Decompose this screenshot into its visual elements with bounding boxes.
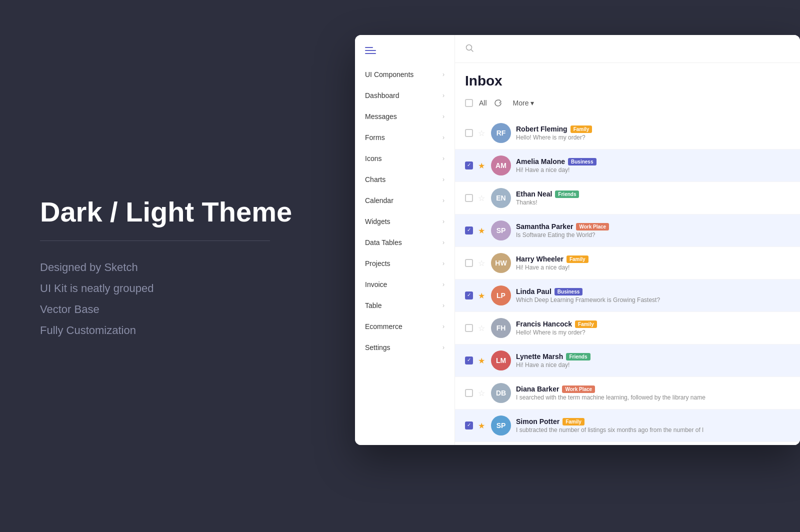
sidebar-item-charts[interactable]: Charts › bbox=[355, 169, 454, 190]
star-icon[interactable]: ★ bbox=[478, 226, 486, 236]
email-checkbox[interactable] bbox=[465, 324, 473, 332]
select-all-checkbox[interactable] bbox=[465, 99, 473, 107]
chevron-right-icon: › bbox=[442, 323, 444, 330]
content-header bbox=[455, 35, 800, 63]
app-window: UI Components › Dashboard › Messages › F… bbox=[355, 35, 800, 445]
email-checkbox[interactable] bbox=[465, 292, 473, 300]
email-checkbox[interactable] bbox=[465, 389, 473, 397]
email-item[interactable]: ☆ RF Robert Fleming Family Hello! Where … bbox=[455, 117, 800, 150]
sidebar: UI Components › Dashboard › Messages › F… bbox=[355, 35, 455, 445]
sidebar-item-projects[interactable]: Projects › bbox=[355, 253, 454, 274]
email-tag: Family bbox=[570, 126, 592, 133]
chevron-right-icon: › bbox=[442, 176, 444, 183]
email-sender: Amelia Malone bbox=[516, 158, 565, 166]
email-item[interactable]: ★ LM Lynette Marsh Friends Hi! Have a ni… bbox=[455, 344, 800, 377]
email-checkbox[interactable] bbox=[465, 356, 473, 364]
email-item[interactable]: ☆ FH Francis Hancock Family Hello! Where… bbox=[455, 312, 800, 344]
avatar: AM bbox=[491, 156, 511, 176]
email-preview: Hi! Have a nice day! bbox=[516, 362, 790, 368]
email-sender-row: Linda Paul Business bbox=[516, 288, 790, 296]
chevron-right-icon: › bbox=[442, 197, 444, 204]
email-tag: Family bbox=[562, 418, 584, 426]
more-label: More bbox=[513, 99, 529, 107]
star-icon[interactable]: ★ bbox=[478, 291, 486, 300]
email-body: Francis Hancock Family Hello! Where is m… bbox=[516, 320, 790, 336]
star-icon[interactable]: ★ bbox=[478, 421, 486, 430]
email-item[interactable]: ☆ DB Diana Barker Work Place I searched … bbox=[455, 377, 800, 410]
star-icon[interactable]: ☆ bbox=[478, 324, 486, 333]
email-sender-row: Harry Wheeler Family bbox=[516, 255, 790, 263]
sidebar-item-messages[interactable]: Messages › bbox=[355, 106, 454, 127]
email-item[interactable]: ☆ AD Andrew Doe Business Web searches on… bbox=[455, 442, 800, 445]
email-tag: Business bbox=[554, 288, 582, 296]
email-item[interactable]: ★ SP Simon Potter Family I subtracted th… bbox=[455, 410, 800, 442]
sidebar-item-ecommerce[interactable]: Ecommerce › bbox=[355, 316, 454, 337]
sidebar-item-settings[interactable]: Settings › bbox=[355, 337, 454, 358]
sidebar-item-calendar[interactable]: Calendar › bbox=[355, 190, 454, 211]
sidebar-item-ui-components[interactable]: UI Components › bbox=[355, 64, 454, 85]
email-item[interactable]: ☆ EN Ethan Neal Friends Thanks! bbox=[455, 182, 800, 214]
sidebar-item-invoice[interactable]: Invoice › bbox=[355, 274, 454, 295]
star-icon[interactable]: ★ bbox=[478, 356, 486, 366]
email-preview: I searched with the term machine learnin… bbox=[516, 394, 790, 401]
more-chevron-icon: ▾ bbox=[530, 99, 534, 107]
chevron-right-icon: › bbox=[442, 260, 444, 267]
sidebar-nav: UI Components › Dashboard › Messages › F… bbox=[355, 64, 454, 445]
email-tag: Work Place bbox=[562, 386, 595, 393]
star-icon[interactable]: ☆ bbox=[478, 128, 486, 138]
email-list: ☆ RF Robert Fleming Family Hello! Where … bbox=[455, 117, 800, 445]
email-sender: Simon Potter bbox=[516, 418, 560, 426]
email-body: Lynette Marsh Friends Hi! Have a nice da… bbox=[516, 352, 790, 368]
email-sender-row: Diana Barker Work Place bbox=[516, 385, 790, 393]
email-sender: Linda Paul bbox=[516, 288, 552, 296]
sidebar-item-label: Table bbox=[365, 302, 442, 310]
email-checkbox[interactable] bbox=[465, 129, 473, 137]
email-sender: Diana Barker bbox=[516, 385, 559, 393]
sidebar-item-label: UI Components bbox=[365, 70, 442, 78]
sidebar-item-table[interactable]: Table › bbox=[355, 295, 454, 316]
divider bbox=[40, 240, 270, 241]
sidebar-item-dashboard[interactable]: Dashboard › bbox=[355, 85, 454, 106]
more-button[interactable]: More ▾ bbox=[509, 97, 538, 109]
sidebar-item-label: Icons bbox=[365, 154, 442, 162]
email-sender-row: Simon Potter Family bbox=[516, 418, 790, 426]
star-icon[interactable]: ☆ bbox=[478, 258, 486, 268]
email-checkbox[interactable] bbox=[465, 422, 473, 430]
email-checkbox[interactable] bbox=[465, 259, 473, 267]
search-icon[interactable] bbox=[465, 44, 474, 54]
email-checkbox[interactable] bbox=[465, 194, 473, 202]
main-content: Inbox All More ▾ ☆ RF bbox=[455, 35, 800, 445]
sidebar-item-icons[interactable]: Icons › bbox=[355, 148, 454, 169]
refresh-icon[interactable] bbox=[493, 98, 503, 108]
hamburger-icon[interactable] bbox=[365, 47, 444, 54]
email-checkbox[interactable] bbox=[465, 226, 473, 234]
email-item[interactable]: ★ AM Amelia Malone Business Hi! Have a n… bbox=[455, 150, 800, 182]
chevron-right-icon: › bbox=[442, 281, 444, 288]
inbox-title-bar: Inbox All More ▾ bbox=[455, 63, 800, 117]
email-item[interactable]: ☆ HW Harry Wheeler Family Hi! Have a nic… bbox=[455, 247, 800, 280]
sidebar-item-data-tables[interactable]: Data Tables › bbox=[355, 232, 454, 253]
email-preview: Thanks! bbox=[516, 199, 790, 206]
star-icon[interactable]: ☆ bbox=[478, 388, 486, 398]
svg-point-0 bbox=[466, 44, 472, 50]
sidebar-item-label: Widgets bbox=[365, 218, 442, 226]
chevron-right-icon: › bbox=[442, 92, 444, 99]
star-icon[interactable]: ★ bbox=[478, 161, 486, 170]
email-checkbox[interactable] bbox=[465, 162, 473, 170]
sidebar-item-forms[interactable]: Forms › bbox=[355, 127, 454, 148]
star-icon[interactable]: ☆ bbox=[478, 194, 486, 203]
feature-item: Designed by Sketch bbox=[40, 261, 310, 274]
email-body: Simon Potter Family I subtracted the num… bbox=[516, 418, 790, 434]
email-item[interactable]: ★ SP Samantha Parker Work Place Is Softw… bbox=[455, 214, 800, 247]
email-item[interactable]: ★ LP Linda Paul Business Which Deep Lear… bbox=[455, 280, 800, 312]
sidebar-item-label: Calendar bbox=[365, 196, 442, 204]
email-body: Amelia Malone Business Hi! Have a nice d… bbox=[516, 158, 790, 174]
left-panel: Dark / Light Theme Designed by Sketch UI… bbox=[0, 0, 350, 532]
chevron-right-icon: › bbox=[442, 302, 444, 309]
sidebar-item-label: Messages bbox=[365, 112, 442, 120]
email-sender: Ethan Neal bbox=[516, 190, 552, 198]
email-preview: Is Software Eating the World? bbox=[516, 232, 790, 238]
avatar: DB bbox=[491, 383, 511, 403]
email-preview: Hello! Where is my order? bbox=[516, 134, 790, 141]
sidebar-item-widgets[interactable]: Widgets › bbox=[355, 211, 454, 232]
